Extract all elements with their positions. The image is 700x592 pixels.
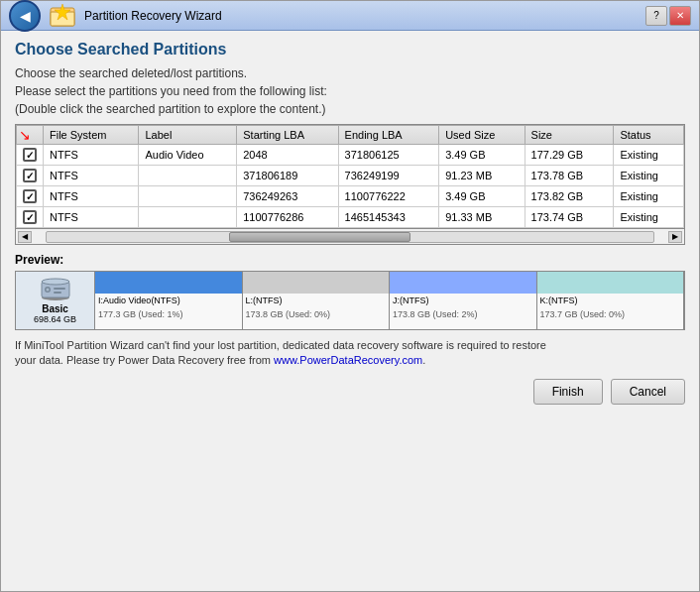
row-fs-2: NTFS (44, 186, 139, 207)
help-button[interactable]: ? (645, 6, 667, 26)
col-label: Label (139, 126, 237, 145)
row-size-1: 173.78 GB (525, 166, 614, 186)
content-area: Choose Searched Partitions Choose the se… (1, 31, 699, 591)
cancel-button[interactable]: Cancel (611, 379, 685, 405)
row-fs-3: NTFS (44, 207, 139, 228)
partition-sub-I: 177.3 GB (Used: 1%) (95, 307, 242, 321)
red-arrow-icon: ↘ (19, 128, 31, 142)
scroll-right-button[interactable]: ▶ (668, 231, 682, 243)
col-size: Size (525, 126, 614, 145)
scrollbar-track[interactable] (46, 231, 654, 243)
row-status-3: Existing (614, 207, 684, 228)
row-label-2 (139, 186, 237, 207)
footer-text: If MiniTool Partition Wizard can't find … (15, 338, 685, 369)
partition-item-I: I:Audio Video(NTFS) 177.3 GB (Used: 1%) (95, 272, 243, 329)
row-ending-lba-2: 1100776222 (338, 186, 439, 207)
table-row[interactable]: NTFS 736249263 1100776222 3.49 GB 173.82… (17, 186, 684, 207)
row-starting-lba-0: 2048 (237, 145, 338, 166)
row-label-3 (139, 207, 237, 228)
col-filesystem: File System (44, 126, 139, 145)
row-size-2: 173.82 GB (525, 186, 614, 207)
instruction-3: (Double click the searched partition to … (15, 102, 685, 116)
disk-size: 698.64 GB (34, 314, 76, 324)
partition-item-J: J:(NTFS) 173.8 GB (Used: 2%) (390, 272, 537, 329)
row-checkbox-0[interactable] (17, 145, 44, 166)
partition-label-L: L:(NTFS) (243, 294, 390, 307)
row-fs-1: NTFS (44, 166, 139, 186)
disk-icon (40, 278, 71, 301)
footer-text-3: . (422, 354, 425, 366)
row-starting-lba-2: 736249263 (237, 186, 338, 207)
table-row[interactable]: NTFS 371806189 736249199 91.23 MB 173.78… (17, 166, 684, 186)
window-title: Partition Recovery Wizard (84, 9, 222, 23)
row-checkbox-2[interactable] (17, 186, 44, 207)
table-header-row: ↘ File System Label Starting LBA Ending … (17, 126, 684, 145)
row-status-0: Existing (614, 145, 684, 166)
partition-item-L: L:(NTFS) 173.8 GB (Used: 0%) (243, 272, 391, 329)
svg-point-5 (42, 279, 69, 285)
partition-bar-I (95, 272, 242, 294)
row-label-0: Audio Video (139, 145, 237, 166)
scroll-left-button[interactable]: ◀ (18, 231, 32, 243)
horizontal-scrollbar[interactable]: ◀ ▶ (15, 229, 685, 245)
table-row[interactable]: NTFS 1100776286 1465145343 91.33 MB 173.… (17, 207, 684, 228)
row-label-1 (139, 166, 237, 186)
partition-sub-L: 173.8 GB (Used: 0%) (243, 307, 390, 321)
partition-sub-J: 173.8 GB (Used: 2%) (390, 307, 536, 321)
section-title: Choose Searched Partitions (15, 41, 685, 59)
partition-sub-K: 173.7 GB (Used: 0%) (537, 307, 684, 321)
row-starting-lba-1: 371806189 (237, 166, 338, 186)
row-starting-lba-3: 1100776286 (237, 207, 338, 228)
disk-info: Basic 698.64 GB (16, 272, 95, 329)
svg-point-7 (46, 288, 49, 291)
row-status-2: Existing (614, 186, 684, 207)
partition-table: ↘ File System Label Starting LBA Ending … (15, 124, 685, 229)
row-ending-lba-3: 1465145343 (338, 207, 439, 228)
partition-label-K: K:(NTFS) (537, 294, 684, 307)
footer-text-1: If MiniTool Partition Wizard can't find … (15, 339, 546, 351)
partition-bars: I:Audio Video(NTFS) 177.3 GB (Used: 1%) … (95, 272, 684, 329)
instruction-1: Choose the searched deleted/lost partiti… (15, 66, 685, 80)
window-controls: ? ✕ (645, 6, 691, 26)
header-arrow: ↘ (17, 126, 44, 145)
row-ending-lba-0: 371806125 (338, 145, 439, 166)
finish-button[interactable]: Finish (533, 379, 603, 405)
row-used-size-0: 3.49 GB (439, 145, 525, 166)
wizard-icon (47, 0, 78, 32)
close-button[interactable]: ✕ (669, 6, 691, 26)
col-used-size: Used Size (439, 126, 525, 145)
row-ending-lba-1: 736249199 (338, 166, 439, 186)
footer-link[interactable]: www.PowerDataRecovery.com (274, 354, 422, 366)
col-ending-lba: Ending LBA (338, 126, 439, 145)
partition-bar-K (537, 272, 684, 294)
row-used-size-2: 3.49 GB (439, 186, 525, 207)
checkbox-2[interactable] (23, 189, 37, 203)
checkbox-0[interactable] (23, 148, 37, 162)
col-status: Status (614, 126, 684, 145)
table-row[interactable]: NTFS Audio Video 2048 371806125 3.49 GB … (17, 145, 684, 166)
back-button[interactable]: ◀ (9, 0, 41, 32)
row-checkbox-3[interactable] (17, 207, 44, 228)
svg-rect-9 (54, 292, 61, 294)
preview-section: Preview: Basic 698.64 GB (15, 253, 685, 330)
scrollbar-thumb[interactable] (229, 232, 411, 242)
partition-bar-J (390, 272, 536, 294)
instruction-2: Please select the partitions you need fr… (15, 84, 685, 98)
disk-preview: Basic 698.64 GB I:Audio Video(NTFS) 177.… (15, 271, 685, 330)
partition-label-J: J:(NTFS) (390, 294, 536, 307)
button-row: Finish Cancel (15, 379, 685, 409)
checkbox-3[interactable] (23, 210, 37, 224)
title-bar: ◀ Partition Recovery Wizard ? ✕ (1, 1, 699, 31)
row-fs-0: NTFS (44, 145, 139, 166)
checkbox-1[interactable] (23, 169, 37, 182)
row-size-3: 173.74 GB (525, 207, 614, 228)
partition-item-K: K:(NTFS) 173.7 GB (Used: 0%) (537, 272, 685, 329)
row-used-size-3: 91.33 MB (439, 207, 525, 228)
preview-label: Preview: (15, 253, 685, 267)
main-window: ◀ Partition Recovery Wizard ? ✕ Choose S… (0, 0, 700, 592)
row-size-0: 177.29 GB (525, 145, 614, 166)
col-starting-lba: Starting LBA (237, 126, 338, 145)
row-checkbox-1[interactable] (17, 166, 44, 186)
partition-bar-L (243, 272, 390, 294)
disk-name: Basic (42, 303, 68, 314)
